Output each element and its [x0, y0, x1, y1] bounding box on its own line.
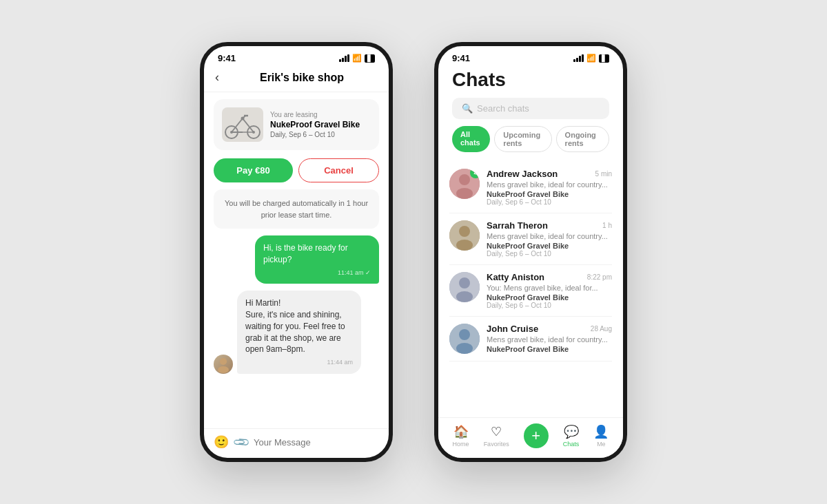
- scene: 9:41 📶 ▋ ‹ Erik's bike shop: [200, 42, 627, 462]
- chats-icon: 💬: [564, 424, 579, 439]
- avatar-john: [449, 324, 480, 354]
- chat-item-john[interactable]: John Cruise 28 Aug Mens gravel bike, ide…: [449, 317, 612, 361]
- message-out-time: 11:41 am ✓: [263, 269, 371, 277]
- tab-all-chats[interactable]: All chats: [452, 126, 490, 152]
- bike-name: NukeProof Gravel Bike: [270, 120, 371, 129]
- nav-chats-label: Chats: [563, 441, 580, 448]
- search-icon: 🔍: [462, 103, 473, 114]
- chat-time-john: 28 Aug: [591, 325, 612, 333]
- chat-content-john: John Cruise 28 Aug Mens gravel bike, ide…: [487, 324, 612, 353]
- message-input[interactable]: [254, 437, 379, 448]
- message-in-text: Hi Martin! Sure, it's nice and shining, …: [245, 298, 345, 354]
- chat-title: Erik's bike shop: [226, 72, 378, 84]
- favorites-icon: ♡: [491, 424, 502, 439]
- nav-chats[interactable]: 💬 Chats: [563, 424, 580, 448]
- leasing-label: You are leasing: [270, 111, 371, 118]
- battery-icon-2: ▋: [599, 54, 609, 63]
- chat-name-sarrah: Sarrah Theron: [487, 220, 548, 231]
- lease-dates: Daily, Sep 6 – Oct 10: [270, 131, 371, 138]
- nav-me[interactable]: 👤 Me: [593, 424, 609, 448]
- emoji-icon[interactable]: 🙂: [214, 434, 229, 450]
- auto-charge-notice: You will be charged automatically in 1 h…: [214, 189, 379, 229]
- svg-point-21: [456, 291, 473, 302]
- chat-preview-sarrah: Mens gravel bike, ideal for country...: [487, 232, 612, 240]
- chat-body: You are leasing NukeProof Gravel Bike Da…: [204, 92, 389, 428]
- chat-name-john: John Cruise: [487, 324, 538, 334]
- bike-image: [222, 107, 263, 142]
- chat-preview-john: Mens gravel bike, ideal for country...: [487, 335, 612, 344]
- svg-point-23: [459, 329, 470, 340]
- pay-button[interactable]: Pay €80: [214, 158, 293, 182]
- bottom-nav: 🏠 Home ♡ Favorites + 💬 Chats 👤 Me: [438, 417, 623, 458]
- chats-body: Chats 🔍 Search chats All chats Upcoming …: [438, 66, 623, 458]
- signal-icon: [339, 54, 349, 62]
- chat-bike-andrew: NukeProof Gravel Bike: [487, 190, 612, 198]
- back-button[interactable]: ‹: [215, 70, 219, 85]
- svg-point-11: [220, 358, 227, 365]
- messages-area: Hi, is the bike ready for pickup? 11:41 …: [214, 235, 379, 421]
- me-icon: 👤: [593, 424, 609, 439]
- chat-dates-andrew: Daily, Sep 6 – Oct 10: [487, 198, 612, 206]
- avatar-andrew: 4: [449, 169, 480, 199]
- chat-content-sarrah: Sarrah Theron 1 h Mens gravel bike, idea…: [487, 220, 612, 258]
- nav-add-button[interactable]: +: [524, 423, 549, 448]
- message-out-text: Hi, is the bike ready for pickup?: [263, 243, 348, 264]
- chat-header: ‹ Erik's bike shop: [204, 66, 389, 92]
- avatar-sarrah: [449, 220, 480, 251]
- lease-card: You are leasing NukeProof Gravel Bike Da…: [214, 99, 379, 150]
- chats-header: Chats 🔍 Search chats All chats Upcoming …: [438, 66, 623, 162]
- svg-point-17: [459, 226, 470, 237]
- chat-item-sarrah[interactable]: Sarrah Theron 1 h Mens gravel bike, idea…: [449, 213, 612, 265]
- chat-time-sarrah: 1 h: [602, 222, 612, 229]
- svg-point-12: [218, 366, 229, 373]
- chat-item-katty[interactable]: Katty Aniston 8:22 pm You: Mens gravel b…: [449, 265, 612, 317]
- lease-info: You are leasing NukeProof Gravel Bike Da…: [270, 111, 371, 138]
- chat-name-andrew: Andrew Jackson: [487, 169, 558, 179]
- attach-icon[interactable]: 📎: [232, 432, 251, 452]
- chat-content-andrew: Andrew Jackson 5 min Mens gravel bike, i…: [487, 169, 612, 206]
- message-out: Hi, is the bike ready for pickup? 11:41 …: [255, 235, 379, 284]
- nav-me-label: Me: [597, 441, 606, 448]
- sender-avatar: [214, 355, 233, 374]
- chat-time-andrew: 5 min: [595, 170, 612, 178]
- svg-point-15: [456, 188, 473, 199]
- chat-item-andrew[interactable]: 4 Andrew Jackson 5 min Mens gravel bike,…: [449, 162, 612, 213]
- svg-point-18: [456, 240, 473, 251]
- chat-content-katty: Katty Aniston 8:22 pm You: Mens gravel b…: [487, 272, 612, 309]
- tab-ongoing-rents[interactable]: Ongoing rents: [556, 126, 609, 152]
- chat-name-katty: Katty Aniston: [487, 272, 544, 282]
- wifi-icon: 📶: [352, 54, 362, 63]
- chat-preview-katty: You: Mens gravel bike, ideal for...: [487, 284, 612, 292]
- chat-preview-andrew: Mens gravel bike, ideal for country...: [487, 180, 612, 189]
- status-icons-2: 📶 ▋: [573, 54, 609, 63]
- nav-favorites[interactable]: ♡ Favorites: [484, 424, 509, 448]
- phone-chats-list: 9:41 📶 ▋ Chats 🔍 Search chats: [434, 42, 627, 462]
- nav-home[interactable]: 🏠 Home: [453, 424, 469, 448]
- chat-bike-john: NukeProof Gravel Bike: [487, 345, 612, 353]
- cancel-button[interactable]: Cancel: [298, 158, 379, 182]
- wifi-icon-2: 📶: [586, 54, 596, 63]
- tab-upcoming-rents[interactable]: Upcoming rents: [494, 126, 551, 152]
- avatar-katty: [449, 272, 480, 302]
- status-time-2: 9:41: [452, 53, 470, 63]
- status-bar-2: 9:41 📶 ▋: [438, 46, 623, 66]
- message-input-row: 🙂 📎: [204, 428, 389, 458]
- chat-dates-sarrah: Daily, Sep 6 – Oct 10: [487, 250, 612, 258]
- message-in-time: 11:44 am: [245, 358, 353, 367]
- chat-time-katty: 8:22 pm: [587, 273, 612, 281]
- svg-point-20: [459, 277, 470, 288]
- bike-svg: [223, 109, 262, 140]
- status-time-1: 9:41: [218, 53, 236, 63]
- chat-list: 4 Andrew Jackson 5 min Mens gravel bike,…: [438, 162, 623, 417]
- lease-actions: Pay €80 Cancel: [214, 158, 379, 182]
- svg-point-10: [241, 117, 245, 120]
- signal-icon-2: [573, 54, 584, 62]
- status-bar-1: 9:41 📶 ▋: [204, 46, 389, 66]
- phone-chat-detail: 9:41 📶 ▋ ‹ Erik's bike shop: [200, 42, 393, 462]
- search-bar[interactable]: 🔍 Search chats: [452, 98, 609, 119]
- chat-bike-katty: NukeProof Gravel Bike: [487, 293, 612, 302]
- svg-point-14: [459, 174, 470, 185]
- status-icons-1: 📶 ▋: [339, 54, 375, 63]
- message-in-row: Hi Martin! Sure, it's nice and shining, …: [214, 291, 379, 374]
- svg-point-24: [456, 343, 473, 354]
